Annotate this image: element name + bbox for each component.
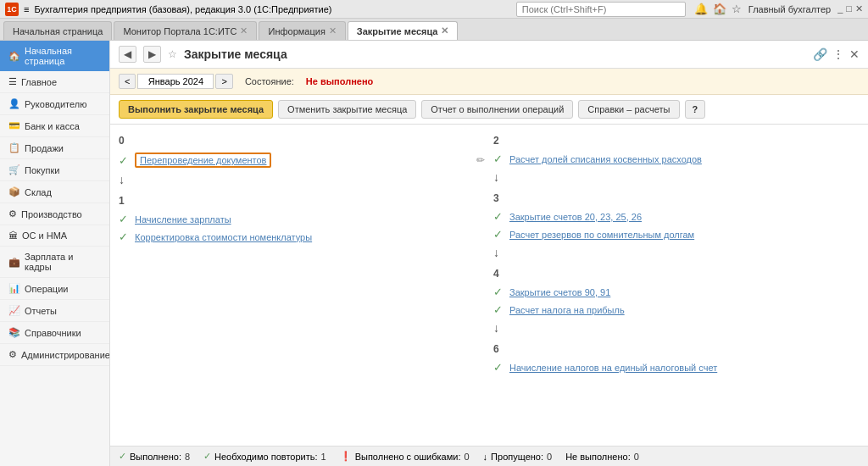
maximize-btn[interactable]: □ [846, 3, 852, 14]
grid-content: 0 ✓ Перепроведение документов ✏ ↓ 1 ✓ На… [110, 125, 868, 446]
status-skipped-count: 0 [547, 452, 552, 462]
sidebar-home-label: Начальная страница [25, 46, 101, 66]
task-link-1[interactable]: Начисление зарплаты [135, 214, 231, 225]
task-check-1: ✓ [119, 213, 131, 225]
task-link-6[interactable]: Закрытие счетов 90, 91 [509, 287, 610, 297]
notification-icons: 🔔 🏠 ☆ [694, 3, 742, 15]
status-done-count: 8 [185, 452, 190, 462]
section-2-label: 2 [493, 135, 860, 147]
salary-icon: 💼 [8, 257, 20, 268]
sidebar-item-buy[interactable]: 🛒 Покупки [0, 159, 109, 181]
section-1-label: 1 [119, 195, 485, 207]
period-selector: < Январь 2024 > [119, 74, 233, 89]
minimize-btn[interactable]: _ [837, 3, 843, 14]
sidebar-item-sales[interactable]: 📋 Продажи [0, 137, 109, 159]
tab-monitor[interactable]: Монитор Портала 1С:ИТС ✕ [114, 21, 257, 40]
section-0-label: 0 [119, 135, 485, 147]
app-logo: 1С [5, 3, 19, 16]
sidebar-item-sales-label: Продажи [25, 143, 64, 153]
close-btn[interactable]: ✕ [855, 3, 863, 14]
home-icon[interactable]: 🏠 [713, 3, 726, 15]
task-link-7[interactable]: Расчет налога на прибыль [509, 305, 625, 315]
section-3-label: 3 [493, 192, 860, 204]
star-icon[interactable]: ☆ [732, 3, 742, 15]
task-item-4: ✓ Закрытие счетов 20, 23, 25, 26 [493, 208, 860, 225]
tab-start-label: Начальная страница [13, 26, 103, 36]
sidebar-item-os[interactable]: 🏛 ОС и НМА [0, 225, 109, 247]
arrow-4: ↓ [493, 319, 860, 336]
report-btn[interactable]: Отчет о выполнении операций [421, 100, 573, 119]
share-icon[interactable]: 🔗 [813, 47, 827, 61]
sidebar-item-bank[interactable]: 💳 Банк и касса [0, 115, 109, 137]
menu-icon[interactable]: ≡ [24, 4, 29, 14]
action-buttons: Выполнить закрытие месяца Отменить закры… [110, 95, 868, 125]
more-icon[interactable]: ⋮ [832, 47, 844, 61]
task-link-2[interactable]: Корректировка стоимости номенклатуры [135, 232, 312, 242]
tab-start[interactable]: Начальная страница [3, 21, 112, 40]
sidebar-item-admin[interactable]: ⚙ Администрирование [0, 344, 109, 366]
period-display[interactable]: Январь 2024 [137, 74, 214, 89]
task-check-2: ✓ [119, 230, 131, 243]
period-prev-btn[interactable]: < [119, 74, 136, 89]
app-name: Бухгалтерия предприятия (базовая), редак… [34, 4, 515, 14]
task-item-8: ✓ Начисление налогов на единый налоговый… [493, 359, 860, 375]
tab-info-close[interactable]: ✕ [329, 25, 337, 36]
cancel-close-btn[interactable]: Отменить закрытие месяца [278, 100, 416, 119]
help-btn[interactable]: ? [685, 100, 706, 119]
sidebar-item-production[interactable]: ⚙ Производство [0, 203, 109, 225]
main-layout: 🏠 Начальная страница ☰ Главное 👤 Руковод… [0, 41, 868, 466]
status-done: ✓ Выполнено: 8 [119, 451, 190, 462]
task-check-5: ✓ [493, 228, 505, 241]
edit-icon-0[interactable]: ✏ [476, 154, 485, 166]
task-link-4[interactable]: Закрытие счетов 20, 23, 25, 26 [509, 212, 642, 222]
sidebar-item-reports[interactable]: 📈 Отчеты [0, 300, 109, 322]
os-icon: 🏛 [8, 230, 18, 241]
bookmark-icon[interactable]: ☆ [168, 48, 177, 60]
tab-info[interactable]: Информация ✕ [259, 21, 345, 40]
main-icon: ☰ [8, 76, 17, 87]
sidebar-item-production-label: Производство [21, 209, 82, 219]
sidebar-item-operations[interactable]: 📊 Операции [0, 278, 109, 300]
status-skipped: ↓ Пропущено: 0 [483, 452, 553, 462]
task-link-0[interactable]: Перепроведение документов [135, 153, 271, 168]
error-icon: ❗ [340, 451, 352, 462]
task-item-6: ✓ Закрытие счетов 90, 91 [493, 284, 860, 300]
nav-forward-btn[interactable]: ▶ [143, 46, 161, 63]
period-next-btn[interactable]: > [215, 74, 232, 89]
task-item-7: ✓ Расчет налога на прибыль [493, 302, 860, 318]
perform-close-btn[interactable]: Выполнить закрытие месяца [119, 100, 273, 119]
sidebar-item-head[interactable]: 👤 Руководителю [0, 93, 109, 115]
tab-bar: Начальная страница Монитор Портала 1С:ИТ… [0, 19, 868, 41]
sidebar-item-warehouse-label: Склад [25, 187, 52, 197]
sidebar: 🏠 Начальная страница ☰ Главное 👤 Руковод… [0, 41, 110, 466]
sidebar-item-warehouse[interactable]: 📦 Склад [0, 181, 109, 203]
sidebar-item-main-label: Главное [21, 77, 57, 87]
arrow-0: ↓ [119, 171, 485, 188]
status-repeat-label: Необходимо повторить: [214, 452, 317, 462]
sidebar-item-handbooks[interactable]: 📚 Справочники [0, 322, 109, 344]
tab-monitor-close[interactable]: ✕ [240, 25, 248, 36]
right-column: 2 ✓ Расчет долей списания косвенных расх… [493, 130, 860, 441]
tab-close-month-close[interactable]: ✕ [441, 25, 448, 36]
task-link-5[interactable]: Расчет резервов по сомнительным долгам [509, 230, 694, 240]
sidebar-item-main[interactable]: ☰ Главное [0, 71, 109, 93]
close-page-icon[interactable]: ✕ [849, 47, 860, 61]
content-area: ◀ ▶ ☆ Закрытие месяца 🔗 ⋮ ✕ < Январь 202… [110, 41, 868, 466]
task-item-0: ✓ Перепроведение документов ✏ [119, 151, 485, 169]
skip-icon: ↓ [483, 452, 488, 462]
reports-icon: 📈 [8, 305, 20, 316]
sidebar-item-salary[interactable]: 💼 Зарплата и кадры [0, 247, 109, 278]
tab-close-month-label: Закрытие месяца [357, 26, 438, 36]
nav-back-btn[interactable]: ◀ [119, 46, 136, 63]
title-bar: 1С ≡ Бухгалтерия предприятия (базовая), … [0, 0, 868, 19]
sidebar-item-reports-label: Отчеты [25, 306, 57, 316]
page-header-icons: 🔗 ⋮ ✕ [813, 47, 860, 61]
references-btn[interactable]: Справки – расчеты [578, 100, 679, 119]
bell-icon[interactable]: 🔔 [694, 3, 708, 15]
task-link-3[interactable]: Расчет долей списания косвенных расходов [509, 154, 702, 164]
task-link-8[interactable]: Начисление налогов на единый налоговый с… [509, 363, 717, 373]
sidebar-home[interactable]: 🏠 Начальная страница [0, 41, 109, 71]
status-error: ❗ Выполнено с ошибками: 0 [340, 451, 470, 462]
global-search-input[interactable] [516, 2, 686, 17]
tab-close-month[interactable]: Закрытие месяца ✕ [348, 21, 459, 40]
